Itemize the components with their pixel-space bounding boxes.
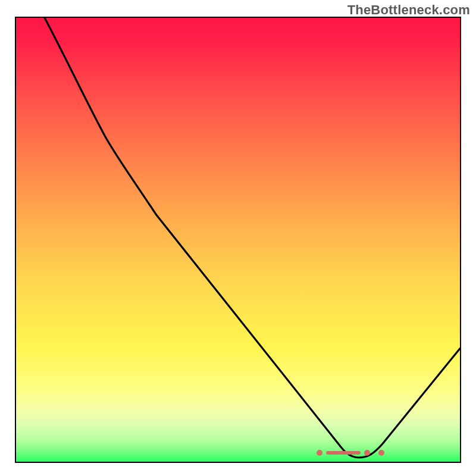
plot-area [15,17,461,463]
chart-container: TheBottleneck.com [0,0,476,476]
optimum-marker [317,450,384,456]
marker-dot [378,450,384,456]
bottleneck-curve [16,18,460,462]
marker-dot [317,450,322,456]
watermark-text: TheBottleneck.com [347,2,470,18]
marker-bar [326,451,361,455]
marker-dot [364,450,370,456]
